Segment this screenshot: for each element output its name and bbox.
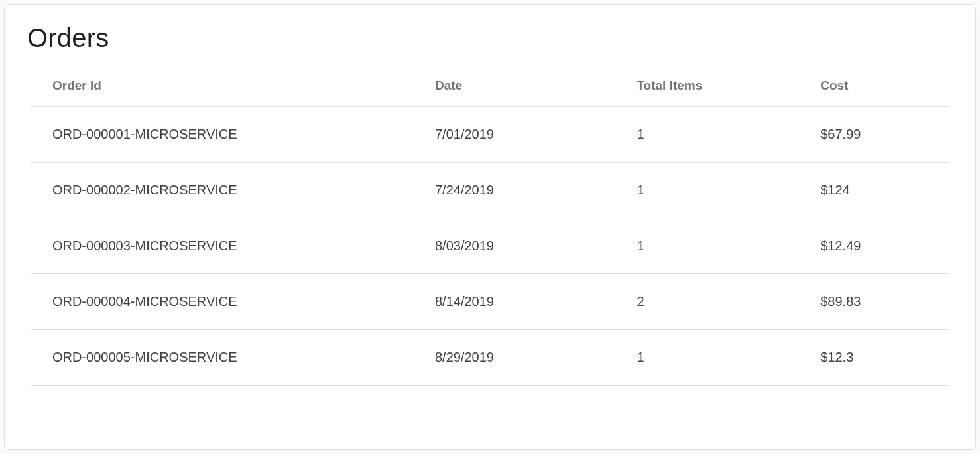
cell-order-id: ORD-000005-MICROSERVICE — [31, 330, 435, 386]
column-header-date[interactable]: Date — [435, 65, 637, 107]
page-title: Orders — [27, 23, 949, 53]
cell-date: 8/03/2019 — [435, 218, 637, 274]
cell-date: 8/29/2019 — [435, 330, 637, 386]
cell-total-items: 1 — [637, 107, 820, 163]
orders-card: Orders Order Id Date Total Items Cost OR… — [4, 4, 976, 450]
column-header-cost[interactable]: Cost — [820, 65, 949, 107]
cell-cost: $89.83 — [820, 274, 949, 330]
cell-total-items: 2 — [637, 274, 820, 330]
orders-table: Order Id Date Total Items Cost ORD-00000… — [31, 65, 949, 386]
cell-date: 7/01/2019 — [435, 107, 637, 163]
cell-cost: $67.99 — [820, 107, 949, 163]
table-row[interactable]: ORD-000005-MICROSERVICE 8/29/2019 1 $12.… — [31, 330, 949, 386]
cell-date: 7/24/2019 — [435, 163, 637, 218]
cell-date: 8/14/2019 — [435, 274, 637, 330]
cell-order-id: ORD-000004-MICROSERVICE — [31, 274, 435, 330]
cell-cost: $12.49 — [820, 218, 949, 274]
cell-total-items: 1 — [637, 163, 820, 218]
column-header-total-items[interactable]: Total Items — [637, 65, 820, 107]
table-header-row: Order Id Date Total Items Cost — [31, 65, 949, 107]
cell-cost: $124 — [820, 163, 949, 218]
table-row[interactable]: ORD-000003-MICROSERVICE 8/03/2019 1 $12.… — [31, 218, 949, 274]
cell-total-items: 1 — [637, 330, 820, 386]
cell-cost: $12.3 — [820, 330, 949, 386]
cell-order-id: ORD-000003-MICROSERVICE — [31, 218, 435, 274]
table-row[interactable]: ORD-000002-MICROSERVICE 7/24/2019 1 $124 — [31, 163, 949, 218]
cell-order-id: ORD-000002-MICROSERVICE — [31, 163, 435, 218]
cell-total-items: 1 — [637, 218, 820, 274]
table-row[interactable]: ORD-000001-MICROSERVICE 7/01/2019 1 $67.… — [31, 107, 949, 163]
table-row[interactable]: ORD-000004-MICROSERVICE 8/14/2019 2 $89.… — [31, 274, 949, 330]
cell-order-id: ORD-000001-MICROSERVICE — [31, 107, 435, 163]
column-header-order-id[interactable]: Order Id — [31, 65, 435, 107]
